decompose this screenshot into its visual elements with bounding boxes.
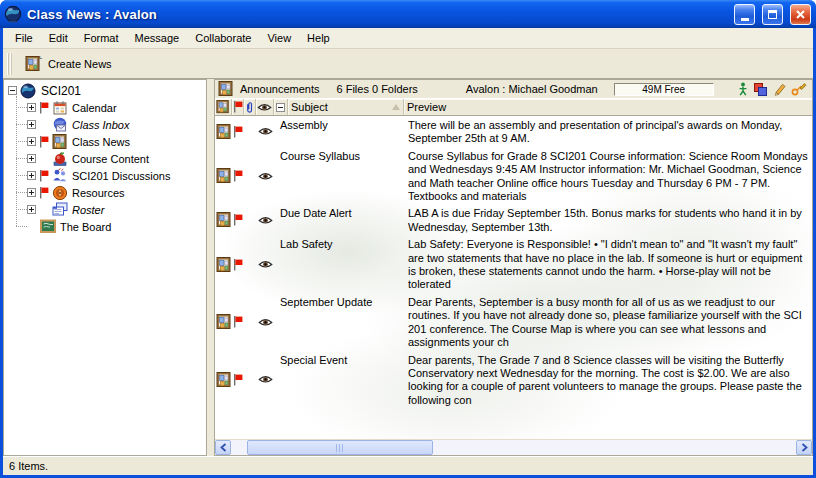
message-subject[interactable]: Special Event — [280, 353, 408, 408]
message-preview: LAB A is due Friday September 15th. Bonu… — [408, 206, 812, 234]
expand-box-icon[interactable] — [27, 188, 36, 197]
column-subject[interactable]: Subject — [288, 99, 404, 115]
menu-message[interactable]: Message — [127, 29, 188, 47]
unread-flag-icon — [233, 374, 243, 386]
tree-item-calendar[interactable]: Calendar — [4, 99, 206, 116]
minimize-button[interactable] — [734, 4, 755, 25]
news-board-icon — [216, 100, 230, 114]
tree-label-class-inbox[interactable]: Class Inbox — [70, 119, 129, 131]
news-item-icon — [216, 124, 232, 140]
horizontal-scrollbar[interactable] — [215, 439, 812, 455]
tree-label-sci201-discussions[interactable]: SCI201 Discussions — [70, 170, 170, 182]
unread-flag-icon — [39, 170, 49, 182]
unread-flag-icon — [39, 102, 49, 114]
collapse-all-control[interactable] — [274, 99, 288, 115]
expand-box-icon[interactable] — [27, 137, 36, 146]
tree-label-sci201[interactable]: SCI201 — [39, 84, 81, 98]
menu-view[interactable]: View — [259, 29, 299, 47]
files-folders-count: 6 Files 0 Folders — [337, 83, 418, 95]
close-button[interactable] — [790, 4, 811, 25]
tree-item-class-inbox[interactable]: Class Inbox — [4, 116, 206, 133]
window-content: File Edit Format Message Collaborate Vie… — [3, 28, 813, 475]
toolbar-grip-2[interactable] — [10, 53, 12, 75]
expand-box-icon[interactable] — [27, 171, 36, 180]
tree-label-resources[interactable]: Resources — [70, 187, 125, 199]
collapse-box-icon[interactable] — [8, 86, 17, 95]
panel-splitter[interactable] — [207, 79, 214, 456]
scrollbar-track[interactable] — [231, 440, 796, 455]
create-news-button[interactable]: ⌞ Create News — [19, 54, 118, 74]
viewed-eye-icon — [258, 127, 273, 136]
expand-box-icon[interactable] — [27, 103, 36, 112]
message-subject[interactable]: Due Date Alert — [280, 206, 408, 234]
minimize-icon — [741, 18, 749, 21]
menu-file[interactable]: File — [7, 29, 41, 47]
unread-flag-icon — [233, 316, 243, 328]
message-row-september-update[interactable]: September Update Dear Parents, September… — [215, 293, 812, 351]
folder-tree-panel: SCI201 — [3, 79, 207, 456]
tree-item-sci201-discussions[interactable]: SCI201 Discussions — [4, 167, 206, 184]
tree-item-sci201[interactable]: SCI201 — [4, 82, 206, 99]
news-item-icon — [216, 314, 232, 330]
message-preview: Course Syllabus for Grade 8 SCI201 Cours… — [408, 149, 812, 204]
item-count: 6 Items. — [9, 460, 48, 472]
status-bar: 6 Items. — [3, 456, 813, 475]
column-item-type[interactable] — [215, 99, 232, 115]
scrollbar-grip-icon — [336, 444, 345, 452]
cards-icon — [52, 202, 68, 217]
tree-item-the-board[interactable]: The Board — [4, 218, 206, 235]
column-flag[interactable] — [232, 99, 244, 115]
toolbar-grip[interactable] — [7, 53, 9, 75]
tree-item-roster[interactable]: Roster — [4, 201, 206, 218]
column-viewed[interactable] — [256, 99, 274, 115]
menu-format[interactable]: Format — [76, 29, 127, 47]
message-subject[interactable]: Assembly — [280, 118, 408, 146]
menu-edit[interactable]: Edit — [41, 29, 76, 47]
message-row-lab-safety[interactable]: Lab Safety Lab Safety: Everyone is Respo… — [215, 235, 812, 293]
tree-item-resources[interactable]: Resources — [4, 184, 206, 201]
column-preview[interactable]: Preview — [404, 99, 812, 115]
apple-icon — [52, 151, 68, 167]
pencil-icon[interactable] — [773, 82, 786, 96]
maximize-button[interactable] — [762, 4, 783, 25]
expand-box-icon[interactable] — [27, 120, 36, 129]
person-icon[interactable] — [738, 82, 748, 96]
scroll-right-button[interactable] — [796, 440, 812, 455]
message-subject[interactable]: Course Syllabus — [280, 149, 408, 204]
app-globe-icon — [4, 5, 22, 23]
tree-item-course-content[interactable]: Course Content — [4, 150, 206, 167]
chevron-left-icon — [220, 443, 227, 452]
message-row-assembly[interactable]: Assembly There will be an assembly and p… — [215, 116, 812, 147]
title-bar[interactable]: Class News : Avalon — [0, 0, 816, 28]
message-subject[interactable]: September Update — [280, 295, 408, 350]
message-row-course-syllabus[interactable]: Course Syllabus Course Syllabus for Grad… — [215, 147, 812, 205]
message-row-due-date-alert[interactable]: Due Date Alert LAB A is due Friday Septe… — [215, 204, 812, 235]
tree-item-class-news[interactable]: Class News — [4, 133, 206, 150]
cursor-mark-icon: ⌞ — [39, 51, 43, 60]
maximize-icon — [768, 10, 777, 19]
tree-label-calendar[interactable]: Calendar — [70, 102, 117, 114]
expand-box-icon[interactable] — [27, 154, 36, 163]
column-attachment[interactable] — [244, 99, 256, 115]
message-row-special-event[interactable]: Special Event Dear parents, The Grade 7 … — [215, 351, 812, 409]
tree-label-roster[interactable]: Roster — [70, 204, 104, 216]
tree-label-course-content[interactable]: Course Content — [70, 153, 149, 165]
scrollbar-thumb[interactable] — [247, 440, 433, 455]
tree-children: Calendar Class — [4, 99, 206, 235]
paperclip-icon — [245, 101, 254, 114]
scroll-left-button[interactable] — [215, 440, 231, 455]
column-header-row: Subject Preview — [215, 99, 812, 116]
tree-label-class-news[interactable]: Class News — [70, 136, 130, 148]
expand-box-icon[interactable] — [27, 205, 36, 214]
menu-help[interactable]: Help — [299, 29, 338, 47]
menu-collaborate[interactable]: Collaborate — [187, 29, 259, 47]
calendar-icon — [52, 100, 68, 116]
message-preview: Lab Safety: Everyone is Responsible! • "… — [408, 237, 812, 292]
flag-icon — [233, 101, 243, 113]
pages-icon[interactable] — [753, 82, 768, 97]
key-pen-icon[interactable] — [791, 82, 807, 96]
news-item-icon — [216, 257, 232, 273]
viewed-eye-icon — [258, 216, 273, 225]
message-subject[interactable]: Lab Safety — [280, 237, 408, 292]
tree-label-the-board[interactable]: The Board — [58, 221, 111, 233]
